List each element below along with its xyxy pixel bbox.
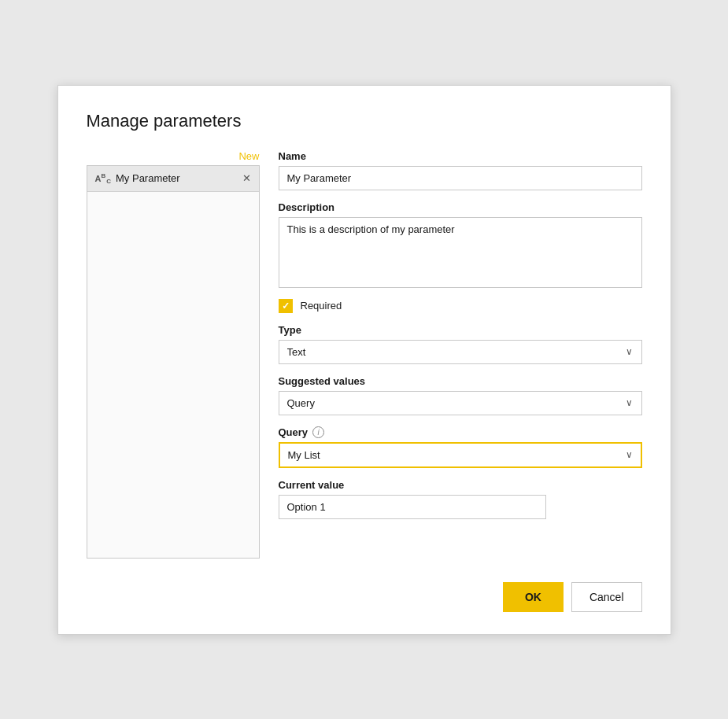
required-label: Required <box>301 300 342 312</box>
type-select[interactable]: Text <box>279 340 642 364</box>
description-label: Description <box>279 201 642 213</box>
checkmark-icon: ✓ <box>282 301 290 311</box>
manage-parameters-dialog: Manage parameters New ABC My Parameter ✕… <box>57 85 671 635</box>
query-select[interactable]: My List <box>279 442 642 468</box>
suggested-values-select-wrapper: Query <box>279 391 642 415</box>
parameter-item[interactable]: ABC My Parameter ✕ <box>87 166 259 193</box>
query-label-row: Query i <box>279 426 642 438</box>
close-parameter-icon[interactable]: ✕ <box>242 173 251 183</box>
required-row: ✓ Required <box>279 299 642 313</box>
required-checkbox[interactable]: ✓ <box>279 299 293 313</box>
dialog-footer: OK Cancel <box>87 582 642 612</box>
suggested-values-select[interactable]: Query <box>279 391 642 415</box>
parameter-item-left: ABC My Parameter <box>95 172 180 186</box>
dialog-body: New ABC My Parameter ✕ Name Description <box>87 150 642 559</box>
name-input[interactable] <box>279 166 642 190</box>
query-info-icon[interactable]: i <box>312 426 324 438</box>
current-value-field-group: Current value <box>279 479 642 519</box>
parameter-type-icon: ABC <box>95 172 112 186</box>
suggested-values-field-group: Suggested values Query <box>279 375 642 415</box>
parameter-item-label: My Parameter <box>116 172 180 184</box>
query-label: Query <box>279 426 309 438</box>
current-value-input[interactable] <box>279 495 546 519</box>
right-panel: Name Description ✓ Required Type Text <box>279 150 642 559</box>
dialog-title: Manage parameters <box>87 111 642 131</box>
ok-button[interactable]: OK <box>503 582 564 612</box>
type-field-group: Type Text <box>279 324 642 364</box>
left-panel: New ABC My Parameter ✕ <box>87 150 260 559</box>
current-value-label: Current value <box>279 479 642 491</box>
query-select-wrapper: My List <box>279 442 642 468</box>
type-select-wrapper: Text <box>279 340 642 364</box>
description-field-group: Description <box>279 201 642 288</box>
name-field-group: Name <box>279 150 642 190</box>
suggested-values-label: Suggested values <box>279 375 642 387</box>
description-textarea[interactable] <box>279 217 642 288</box>
type-label: Type <box>279 324 642 336</box>
query-field-group: Query i My List <box>279 426 642 468</box>
name-label: Name <box>279 150 642 162</box>
new-link[interactable]: New <box>87 150 260 162</box>
parameter-list: ABC My Parameter ✕ <box>87 165 260 559</box>
cancel-button[interactable]: Cancel <box>571 582 642 612</box>
